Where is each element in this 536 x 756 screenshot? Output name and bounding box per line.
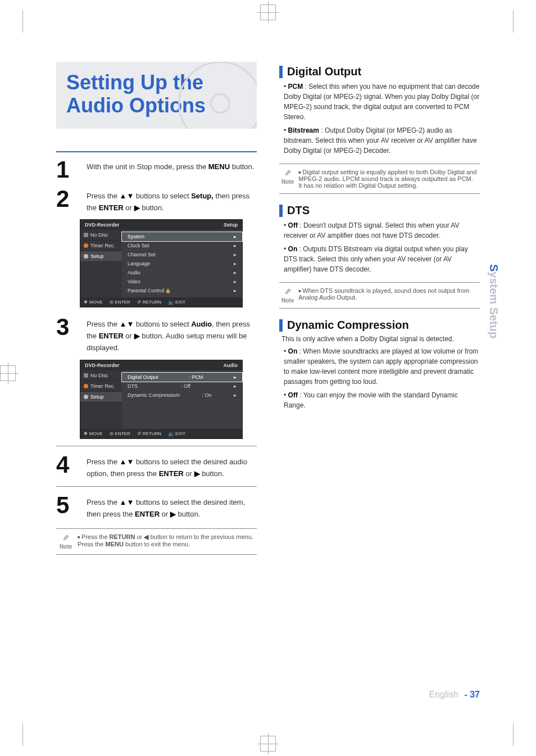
enter-label: ENTER [99, 332, 124, 340]
osd-side-timer: Timer Rec. [80, 381, 122, 392]
page-footer: English - 37 [429, 690, 480, 700]
value: : On [202, 392, 212, 398]
arrow-right-icon: ▶ [170, 510, 176, 518]
chevron-right-icon [234, 288, 237, 293]
step-number: 2 [56, 187, 79, 214]
bullet-dts-off: Off : Doesn't output DTS signal. Select … [284, 220, 480, 241]
osd-foot-exit: EXIT [168, 300, 185, 305]
text: Press the [81, 533, 110, 540]
osd-row-system: System [122, 232, 242, 241]
menu-label: MENU [106, 541, 124, 547]
osd-titlebar: DVD-Recorder Audio [80, 360, 242, 370]
text: : Select this when you have no equipment… [284, 83, 479, 121]
right-column: Digital Output PCM : Select this when yo… [279, 62, 480, 689]
disc-icon [84, 233, 88, 237]
arrow-updown-icon: ▲▼ [120, 320, 134, 328]
text: When DTS soundtrack is played, sound doe… [298, 287, 469, 301]
osd-foot-exit: EXIT [168, 431, 185, 436]
note-icon: Note [281, 169, 294, 185]
text: button. [200, 469, 224, 478]
label: Parental Control [128, 288, 171, 293]
osd-main: Digital Output: PCM DTS: Off Dynamic Com… [122, 370, 242, 429]
crop-mark [513, 723, 514, 746]
page-body: Setting Up the Audio Options 1 With the … [56, 62, 480, 689]
label: Digital Output [128, 374, 158, 380]
bullet-list: Off : Doesn't output DTS signal. Select … [284, 220, 480, 274]
text: : You can enjoy the movie with the stand… [284, 391, 458, 409]
label: Timer Rec. [90, 243, 115, 248]
osd-side-setup: Setup [80, 392, 122, 402]
section-digital-output: Digital Output [279, 65, 480, 78]
text: Press the [87, 458, 120, 466]
section-bar-icon [279, 205, 283, 217]
osd-setup-screenshot: DVD-Recorder Setup No Disc Timer Rec. Se… [80, 219, 243, 307]
chevron-right-icon [234, 279, 237, 284]
enter-label: ENTER [99, 203, 124, 212]
gear-icon [84, 254, 88, 259]
chevron-right-icon [234, 270, 237, 275]
page-number: 37 [470, 690, 480, 699]
crop-mark [22, 10, 23, 33]
text: buttons to select [134, 192, 191, 200]
setup-label: Setup, [191, 192, 214, 200]
text: Press the [87, 320, 120, 328]
divider [56, 486, 257, 487]
osd-footer: MOVE ENTER RETURN EXIT [80, 297, 242, 307]
osd-main: System Clock Set Channel Set Language Au… [122, 230, 242, 297]
step-5: 5 Press the ▲▼ buttons to select the des… [56, 494, 257, 520]
text: Digital output setting is equally applie… [298, 169, 476, 189]
text: Press the [87, 498, 120, 506]
text: : Outputs DTS Bitstream via digital outp… [284, 245, 468, 273]
osd-audio-screenshot: DVD-Recorder Audio No Disc Timer Rec. Se… [80, 360, 243, 439]
step-4: 4 Press the ▲▼ buttons to select the des… [56, 453, 257, 480]
note-icon: Note [58, 533, 73, 550]
chevron-right-icon [234, 252, 237, 257]
side-tab-text: ystem Setup [488, 271, 500, 338]
chevron-right-icon [234, 392, 237, 398]
osd-title-right: Audio [224, 363, 238, 368]
note-label: Note [281, 179, 294, 185]
crop-mark [513, 10, 514, 33]
osd-row-audio: Audio [122, 268, 242, 277]
crop-mark [22, 723, 23, 746]
footer-dash: - [464, 690, 470, 699]
bullet-dyn-off: Off : You can enjoy the movie with the s… [284, 390, 480, 410]
section-bar-icon [279, 66, 283, 78]
note-box: Note Digital output setting is equally a… [279, 164, 480, 194]
chevron-right-icon [234, 261, 237, 266]
note-label: Note [58, 544, 73, 550]
note-icon: Note [281, 287, 294, 304]
bullet-pcm: PCM : Select this when you have no equip… [284, 82, 480, 122]
note-item: When DTS soundtrack is played, sound doe… [298, 287, 478, 301]
step-1: 1 With the unit in Stop mode, press the … [56, 158, 257, 182]
note-label: Note [281, 297, 294, 304]
section-intro: This is only active when a Dolby Digital… [281, 335, 478, 343]
label: On [288, 347, 298, 355]
menu-label: MENU [208, 162, 230, 171]
label: PCM [288, 83, 303, 90]
osd-row-channel: Channel Set [122, 250, 242, 259]
enter-label: ENTER [135, 510, 160, 518]
chevron-right-icon [234, 374, 237, 380]
text: button. [176, 510, 200, 518]
label: Timer Rec. [90, 383, 115, 389]
osd-foot-enter: ENTER [110, 300, 130, 305]
step-number: 4 [56, 453, 79, 480]
text: Press the [87, 192, 120, 200]
text: button. [230, 162, 254, 171]
step-2: 2 Press the ▲▼ buttons to select Setup, … [56, 187, 257, 214]
arrow-updown-icon: ▲▼ [120, 458, 134, 466]
step-number: 3 [56, 315, 79, 354]
timer-icon [84, 243, 88, 248]
osd-row-video: Video [122, 277, 242, 286]
osd-title-left: DVD-Recorder [85, 222, 120, 228]
step-number: 1 [56, 158, 79, 182]
note-item: Digital output setting is equally applie… [298, 169, 478, 189]
osd-row-dts: DTS: Off [122, 382, 242, 391]
section-bar-icon [279, 319, 283, 332]
section-title: Digital Output [287, 65, 361, 78]
timer-icon [84, 384, 88, 388]
section-dts: DTS [279, 204, 480, 217]
text: or [160, 510, 170, 518]
section-title: DTS [287, 204, 310, 217]
